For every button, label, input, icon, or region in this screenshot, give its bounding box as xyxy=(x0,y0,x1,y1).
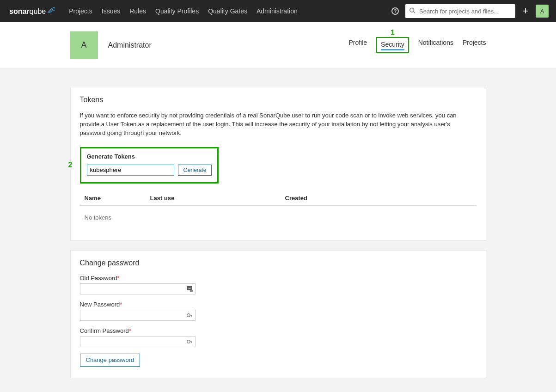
confirm-password-label: Confirm Password* xyxy=(80,327,477,334)
tokens-panel: Tokens If you want to enforce security b… xyxy=(70,87,486,241)
new-password-label: New Password* xyxy=(80,301,477,308)
user-avatar-large: A xyxy=(70,31,98,59)
nav-rules[interactable]: Rules xyxy=(125,7,151,15)
generate-tokens-highlight: 2 Generate Tokens Generate xyxy=(80,147,219,184)
tab-security[interactable]: Security xyxy=(381,39,404,50)
tab-profile[interactable]: Profile xyxy=(348,37,367,53)
svg-point-7 xyxy=(187,313,189,316)
tokens-table: Name Last use Created No tokens xyxy=(80,191,477,229)
tokens-col-lastuse: Last use xyxy=(150,195,285,202)
password-manager-icon[interactable] xyxy=(186,286,193,292)
svg-rect-6 xyxy=(190,290,193,292)
generate-tokens-title: Generate Tokens xyxy=(87,153,212,160)
callout-label-2: 2 xyxy=(68,161,73,169)
logo-text-light: qube xyxy=(30,7,46,16)
change-password-panel: Change password Old Password* New Passwo… xyxy=(70,250,486,378)
nav-projects[interactable]: Projects xyxy=(64,7,97,15)
svg-point-3 xyxy=(188,288,189,288)
svg-point-0 xyxy=(410,8,414,12)
change-password-title: Change password xyxy=(80,259,477,267)
tokens-empty-message: No tokens xyxy=(80,206,477,229)
confirm-password-input[interactable] xyxy=(80,336,196,347)
svg-point-10 xyxy=(187,340,189,343)
generate-button[interactable]: Generate xyxy=(178,165,211,176)
svg-point-4 xyxy=(189,288,190,288)
new-password-input[interactable] xyxy=(80,310,196,321)
svg-point-5 xyxy=(190,288,191,288)
nav-quality-profiles[interactable]: Quality Profiles xyxy=(151,7,203,15)
svg-line-1 xyxy=(414,12,415,13)
tokens-description: If you want to enforce security by not p… xyxy=(80,111,477,138)
nav-quality-gates[interactable]: Quality Gates xyxy=(203,7,252,15)
create-plus-button[interactable]: + xyxy=(520,6,531,17)
tokens-col-name: Name xyxy=(85,195,150,202)
user-avatar-small[interactable]: A xyxy=(536,5,549,18)
user-display-name: Administrator xyxy=(108,41,349,49)
tab-projects[interactable]: Projects xyxy=(463,37,486,53)
search-input[interactable] xyxy=(405,4,515,18)
key-icon[interactable] xyxy=(186,338,193,345)
key-icon[interactable] xyxy=(186,312,193,318)
old-password-label: Old Password* xyxy=(80,275,477,282)
nav-issues[interactable]: Issues xyxy=(97,7,125,15)
logo-text-bold: sonar xyxy=(9,7,30,16)
tab-notifications[interactable]: Notifications xyxy=(418,37,453,53)
tokens-col-created: Created xyxy=(285,195,472,202)
callout-label-1: 1 xyxy=(391,29,395,37)
change-password-button[interactable]: Change password xyxy=(80,354,141,367)
tokens-title: Tokens xyxy=(80,96,477,104)
help-icon[interactable]: ? xyxy=(391,7,399,15)
token-name-input[interactable] xyxy=(87,165,175,176)
logo[interactable]: sonarqube xyxy=(9,6,56,16)
search-icon xyxy=(409,7,415,15)
nav-administration[interactable]: Administration xyxy=(252,7,302,15)
tab-security-highlight: 1 Security xyxy=(376,37,409,53)
old-password-input[interactable] xyxy=(80,283,196,294)
logo-swoosh-icon xyxy=(47,6,56,14)
